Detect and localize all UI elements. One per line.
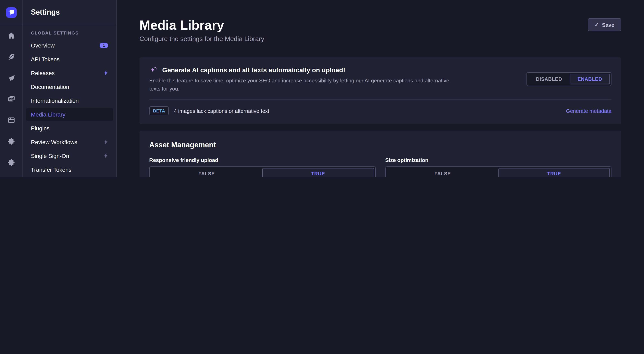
field-label: Responsive friendly upload <box>149 157 376 164</box>
media-icon[interactable] <box>4 92 18 106</box>
feather-icon[interactable] <box>4 49 18 64</box>
toggle-option-disabled[interactable]: DISABLED <box>528 74 570 84</box>
check-icon: ✓ <box>594 22 599 28</box>
sidebar-item-transfer-tokens[interactable]: Transfer Tokens <box>26 163 113 176</box>
banner-description: Enable this feature to save time, optimi… <box>149 77 452 93</box>
responsive-upload-toggle: FALSE TRUE <box>149 167 376 177</box>
banner-title: Generate AI captions and alt texts autom… <box>162 65 345 75</box>
asset-fields-grid: Responsive friendly upload FALSE TRUE En… <box>149 157 612 177</box>
field-label: Size optimization <box>385 157 612 164</box>
toggle-option-false[interactable]: FALSE <box>387 168 498 177</box>
generate-metadata-link[interactable]: Generate metadata <box>566 108 612 114</box>
toggle-option-enabled[interactable]: ENABLED <box>570 74 610 84</box>
page-subtitle: Configure the settings for the Media Lib… <box>140 35 264 43</box>
sidebar-item-review-workflows[interactable]: Review Workflows <box>26 135 113 148</box>
missing-captions-text: 4 images lack captions or alternative te… <box>174 108 269 114</box>
size-optimization-toggle: FALSE TRUE <box>385 167 612 177</box>
save-button[interactable]: ✓ Save <box>588 18 621 31</box>
main-nav-rail: 1 M <box>0 0 23 177</box>
toggle-option-true[interactable]: TRUE <box>262 168 374 177</box>
sidebar-item-documentation[interactable]: Documentation <box>26 80 113 93</box>
lightning-icon <box>104 153 108 158</box>
sidebar-item-webhooks[interactable]: Webhooks <box>26 177 113 177</box>
home-icon[interactable] <box>4 28 18 43</box>
strapi-logo[interactable] <box>0 0 22 25</box>
main-content: Media Library Configure the settings for… <box>117 0 644 177</box>
sidebar-item-single-sign-on[interactable]: Single Sign-On <box>26 149 113 162</box>
banner-footer: BETA 4 images lack captions or alternati… <box>140 100 621 124</box>
app-window: 1 M Settings GLOBAL SETTINGS Overview 1 <box>0 0 644 177</box>
strapi-logo-icon <box>6 7 16 18</box>
layout-icon[interactable] <box>4 113 18 128</box>
beta-badge: BETA <box>149 106 169 115</box>
sidebar-item-api-tokens[interactable]: API Tokens <box>26 53 113 66</box>
sidebar-nav: GLOBAL SETTINGS Overview 1 API Tokens Re… <box>23 25 116 177</box>
section-label: GLOBAL SETTINGS <box>23 29 116 36</box>
paper-plane-icon[interactable] <box>4 71 18 85</box>
sparkle-icon <box>149 66 158 75</box>
sidebar-item-media-library[interactable]: Media Library <box>26 108 113 121</box>
page-header: Media Library Configure the settings for… <box>140 0 621 43</box>
sidebar-item-plugins[interactable]: Plugins <box>26 122 113 135</box>
puzzle-icon[interactable] <box>4 134 18 149</box>
asset-management-title: Asset Management <box>149 141 612 149</box>
settings-sidebar: Settings GLOBAL SETTINGS Overview 1 API … <box>23 0 117 177</box>
toggle-option-true[interactable]: TRUE <box>498 168 610 177</box>
sidebar-item-releases[interactable]: Releases <box>26 66 113 79</box>
lightning-icon <box>104 139 108 145</box>
page-title: Media Library <box>140 17 264 33</box>
overview-badge: 1 <box>100 42 108 48</box>
cart-icon[interactable] <box>4 176 18 177</box>
sidebar-item-internationalization[interactable]: Internationalization <box>26 94 113 107</box>
toggle-option-false[interactable]: FALSE <box>151 168 262 177</box>
banner-top: Generate AI captions and alt texts autom… <box>140 57 621 99</box>
sidebar-title: Settings <box>23 0 116 25</box>
asset-management-card: Asset Management Responsive friendly upl… <box>140 131 621 177</box>
lightning-icon <box>104 70 108 75</box>
ai-captions-banner: Generate AI captions and alt texts autom… <box>140 57 621 124</box>
ai-captions-toggle: DISABLED ENABLED <box>527 72 612 86</box>
field-responsive-friendly-upload: Responsive friendly upload FALSE TRUE En… <box>149 157 376 177</box>
puzzle-icon-2[interactable] <box>4 155 18 170</box>
rail-icon-list: 1 <box>4 25 18 177</box>
sidebar-item-overview[interactable]: Overview 1 <box>26 39 113 52</box>
field-size-optimization: Size optimization FALSE TRUE Enabling th… <box>385 157 612 177</box>
section-global-settings: GLOBAL SETTINGS Overview 1 API Tokens Re… <box>23 29 116 177</box>
